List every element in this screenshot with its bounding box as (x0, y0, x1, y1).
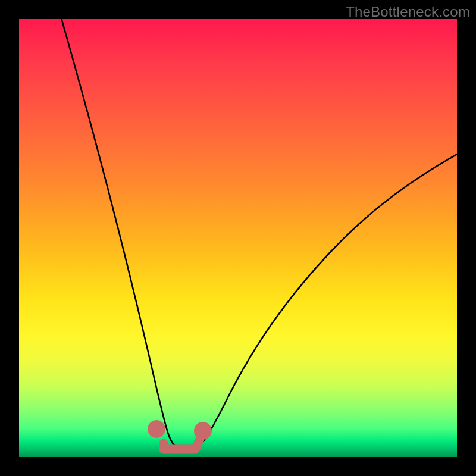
trough-marker-group (152, 425, 208, 450)
curve-left (61, 19, 178, 449)
watermark-text: TheBottleneck.com (346, 4, 470, 20)
svg-point-0 (152, 425, 161, 434)
svg-point-4 (199, 427, 208, 436)
curve-right (196, 153, 457, 449)
chart-frame: TheBottleneck.com (0, 0, 476, 476)
plot-area (19, 19, 457, 457)
curve-layer (19, 19, 457, 457)
svg-line-3 (196, 439, 200, 449)
